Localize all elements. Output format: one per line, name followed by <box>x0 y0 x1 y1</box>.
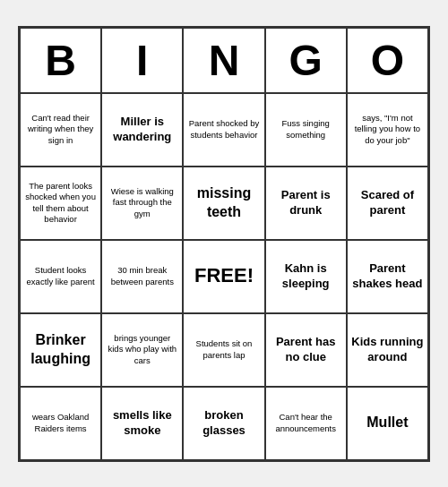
bingo-grid: Can't read their writing when they sign … <box>20 93 428 460</box>
bingo-letter-n: N <box>183 28 264 93</box>
bingo-cell-8: Parent is drunk <box>265 167 347 240</box>
bingo-cell-21: smells like smoke <box>101 387 183 460</box>
bingo-cell-2: Parent shocked by students behavior <box>183 93 264 167</box>
bingo-cell-5: The parent looks shocked when you tell t… <box>20 167 101 240</box>
bingo-header: BINGO <box>20 28 428 93</box>
bingo-card: BINGO Can't read their writing when they… <box>18 26 430 462</box>
bingo-cell-3: Fuss singing something <box>265 93 347 167</box>
bingo-cell-22: broken glasses <box>183 387 264 460</box>
bingo-cell-16: brings younger kids who play with cars <box>101 313 183 387</box>
bingo-cell-17: Students sit on parents lap <box>183 313 264 387</box>
bingo-cell-4: says, "I'm not telling you how to do you… <box>347 93 428 167</box>
bingo-cell-11: 30 min break between parents <box>101 240 183 313</box>
bingo-letter-o: O <box>347 28 428 93</box>
bingo-letter-g: G <box>265 28 347 93</box>
bingo-cell-12: FREE! <box>183 240 264 313</box>
bingo-cell-18: Parent has no clue <box>265 313 347 387</box>
bingo-cell-19: Kids running around <box>347 313 428 387</box>
bingo-cell-9: Scared of parent <box>347 167 428 240</box>
bingo-cell-0: Can't read their writing when they sign … <box>20 93 101 167</box>
bingo-cell-24: Mullet <box>347 387 428 460</box>
bingo-cell-1: Miller is wandering <box>101 93 183 167</box>
bingo-cell-6: Wiese is walking fast through the gym <box>101 167 183 240</box>
bingo-cell-14: Parent shakes head <box>347 240 428 313</box>
bingo-cell-23: Can't hear the announcements <box>265 387 347 460</box>
bingo-cell-7: missing teeth <box>183 167 264 240</box>
bingo-cell-10: Student looks exactly like parent <box>20 240 101 313</box>
bingo-cell-13: Kahn is sleeping <box>265 240 347 313</box>
bingo-letter-i: I <box>101 28 183 93</box>
bingo-cell-20: wears Oakland Raiders items <box>20 387 101 460</box>
bingo-letter-b: B <box>20 28 101 93</box>
bingo-cell-15: Brinker laughing <box>20 313 101 387</box>
